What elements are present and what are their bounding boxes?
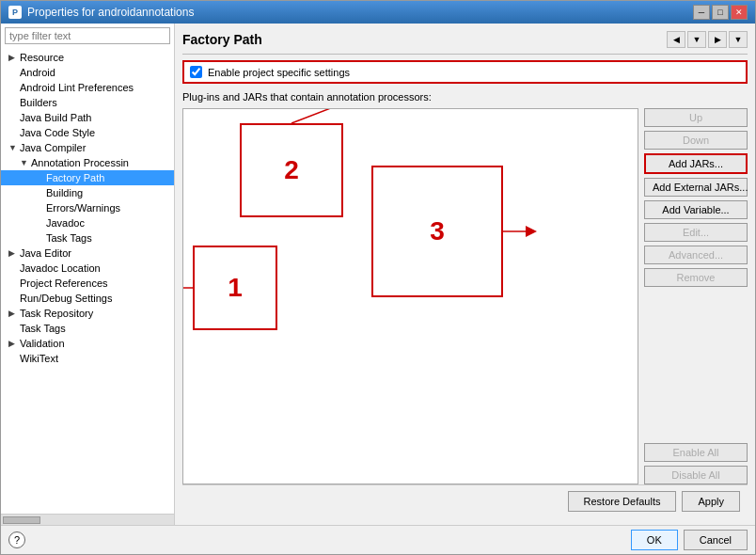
sidebar-item-project-references[interactable]: Project References (1, 276, 174, 291)
sidebar-item-java-editor[interactable]: ▶ Java Editor (1, 246, 174, 261)
sidebar-item-task-repository[interactable]: ▶ Task Repository (1, 306, 174, 321)
minimize-button[interactable]: ─ (693, 5, 710, 20)
maximize-button[interactable]: □ (712, 5, 729, 20)
sidebar-item-task-tags[interactable]: Task Tags (1, 230, 174, 246)
sidebar-item-label: Javadoc (46, 217, 85, 229)
expand-icon: ▼ (8, 143, 16, 152)
close-button[interactable]: ✕ (731, 5, 748, 20)
expand-icon: ▶ (8, 248, 16, 258)
annotation-box-2: 2 (240, 123, 343, 217)
horizontal-scrollbar[interactable] (1, 514, 174, 525)
add-external-jars-button[interactable]: Add External JARs... (644, 178, 748, 197)
sidebar-item-label: Run/Debug Settings (20, 293, 112, 304)
sidebar-item-task-tags2[interactable]: Task Tags (1, 321, 174, 336)
sidebar-item-label: Task Tags (20, 323, 66, 334)
expand-icon: ▶ (8, 53, 16, 62)
down-button[interactable]: Down (644, 131, 748, 150)
content-area: ▶ Resource Android Android Lint Preferen… (1, 24, 755, 525)
sidebar-item-android[interactable]: Android (1, 65, 174, 80)
sidebar-item-wikitext[interactable]: WikiText (1, 351, 174, 366)
sidebar-item-errors-warnings[interactable]: Errors/Warnings (1, 200, 174, 215)
sidebar-item-run-debug[interactable]: Run/Debug Settings (1, 291, 174, 306)
sidebar-item-label: WikiText (20, 353, 58, 364)
sidebar-item-annotation-processing[interactable]: ▼ Annotation Processin (1, 155, 174, 170)
tree-area: ▶ Resource Android Android Lint Preferen… (1, 48, 174, 514)
sidebar-item-label: Java Code Style (20, 127, 95, 138)
expand-icon: ▶ (8, 339, 16, 348)
sidebar-item-resource[interactable]: ▶ Resource (1, 50, 174, 65)
add-variable-button[interactable]: Add Variable... (644, 200, 748, 219)
sidebar-item-java-compiler[interactable]: ▼ Java Compiler (1, 140, 174, 155)
edit-button[interactable]: Edit... (644, 223, 748, 242)
nav-back-button[interactable]: ◀ (667, 31, 685, 48)
right-panel: Factory Path ◀ ▼ ▶ ▼ Enable project spec… (175, 24, 755, 525)
annotation-label-3: 3 (430, 216, 445, 246)
help-icon[interactable]: ? (8, 531, 25, 548)
panel-title: Factory Path (182, 32, 262, 47)
footer-bar: ? OK Cancel (1, 525, 755, 554)
enable-all-button[interactable]: Enable All (644, 443, 748, 462)
separator (182, 54, 748, 55)
expand-icon: ▼ (20, 158, 27, 167)
sidebar-item-builders[interactable]: Builders (1, 95, 174, 110)
annotation-label-2: 2 (284, 155, 299, 185)
up-button[interactable]: Up (644, 108, 748, 127)
nav-forward-button[interactable]: ▶ (708, 31, 727, 48)
sidebar-item-label: Task Tags (46, 232, 92, 244)
sidebar-item-label: Building (46, 187, 83, 198)
annotation-label-1: 1 (228, 273, 243, 303)
annotation-box-3: 3 (371, 166, 503, 297)
sidebar-item-label: Annotation Processin (31, 157, 129, 168)
advanced-button[interactable]: Advanced... (644, 246, 748, 264)
nav-menu-button[interactable]: ▼ (729, 31, 748, 48)
enable-settings-row: Enable project specific settings (182, 60, 748, 84)
sidebar-item-javadoc-location[interactable]: Javadoc Location (1, 261, 174, 276)
apply-button[interactable]: Apply (682, 491, 740, 512)
scrollbar-thumb[interactable] (3, 516, 40, 524)
dialog-title: Properties for androidannotations (27, 6, 194, 19)
svg-line-0 (291, 109, 353, 123)
sidebar-item-building[interactable]: Building (1, 185, 174, 200)
remove-button[interactable]: Remove (644, 268, 748, 287)
sidebar-item-label: Java Compiler (20, 142, 86, 153)
sidebar-item-label: Task Repository (20, 308, 93, 319)
ok-button[interactable]: OK (631, 530, 678, 550)
sidebar-item-validation[interactable]: ▶ Validation (1, 336, 174, 351)
sidebar-item-label: Android Lint Preferences (20, 82, 134, 93)
dialog-window: P Properties for androidannotations ─ □ … (0, 0, 756, 555)
sidebar-item-label: Validation (20, 338, 65, 349)
sidebar-item-label: Factory Path (46, 172, 104, 183)
panel-header: Factory Path ◀ ▼ ▶ ▼ (182, 31, 748, 48)
enable-project-settings-checkbox[interactable] (190, 66, 202, 78)
cancel-button[interactable]: Cancel (684, 530, 748, 550)
buttons-column: Up Down Add JARs... Add External JARs...… (644, 108, 748, 484)
sidebar-item-label: Android (20, 67, 55, 78)
bottom-bar: Restore Defaults Apply (182, 484, 748, 517)
sidebar-item-label: Javadoc Location (20, 262, 101, 274)
restore-defaults-button[interactable]: Restore Defaults (568, 491, 677, 512)
sidebar-item-javadoc[interactable]: Javadoc (1, 215, 174, 230)
sidebar-item-java-code-style[interactable]: Java Code Style (1, 125, 174, 140)
sidebar-item-label: Resource (20, 52, 64, 63)
titlebar-controls: ─ □ ✕ (693, 5, 748, 20)
app-icon: P (8, 6, 22, 19)
left-panel: ▶ Resource Android Android Lint Preferen… (1, 24, 175, 525)
sidebar-item-android-lint[interactable]: Android Lint Preferences (1, 80, 174, 95)
disable-all-button[interactable]: Disable All (644, 466, 748, 484)
expand-icon: ▶ (8, 309, 16, 318)
sidebar-item-label: Errors/Warnings (46, 202, 120, 214)
list-area[interactable]: 2 1 3 (182, 108, 638, 484)
sidebar-item-label: Java Editor (20, 247, 71, 259)
titlebar: P Properties for androidannotations ─ □ … (1, 1, 755, 24)
titlebar-left: P Properties for androidannotations (8, 6, 194, 19)
add-jars-button[interactable]: Add JARs... (644, 153, 748, 174)
nav-buttons: ◀ ▼ ▶ ▼ (667, 31, 748, 48)
description-text: Plug-ins and JARs that contain annotatio… (182, 91, 748, 103)
sidebar-item-factory-path[interactable]: Factory Path (1, 170, 174, 185)
sidebar-item-java-build-path[interactable]: Java Build Path (1, 110, 174, 125)
footer-right: OK Cancel (631, 530, 748, 550)
filter-input[interactable] (5, 27, 170, 44)
sidebar-item-label: Project References (20, 278, 108, 289)
main-content: 2 1 3 (182, 108, 748, 484)
nav-dropdown-button[interactable]: ▼ (687, 31, 706, 48)
